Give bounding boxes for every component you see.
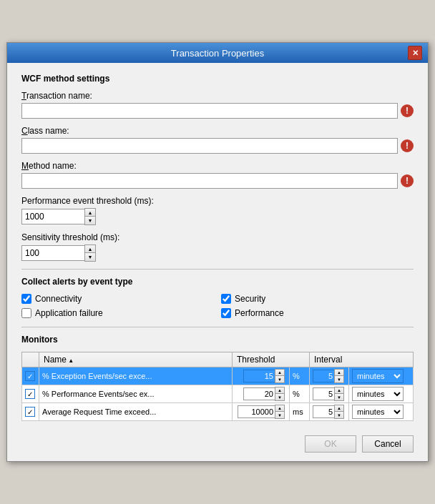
row3-interval-unit-cell: minutes hours seconds — [349, 403, 414, 421]
row3-threshold-input[interactable] — [238, 405, 275, 418]
row3-interval-unit-select[interactable]: minutes hours seconds — [352, 405, 404, 419]
security-label: Security — [235, 294, 265, 304]
row1-interval-up[interactable]: ▲ — [335, 370, 343, 376]
monitors-section-title: Monitors — [21, 335, 414, 345]
row2-check-icon: ✓ — [25, 389, 35, 399]
performance-label: Performance — [235, 308, 284, 318]
perf-threshold-up-btn[interactable]: ▲ — [85, 209, 95, 217]
row1-threshold-input[interactable] — [243, 370, 275, 382]
perf-threshold-spinner: ▲ ▼ — [21, 208, 107, 225]
row2-check-cell: ✓ — [22, 385, 39, 403]
row3-check-icon: ✓ — [25, 407, 35, 417]
perf-threshold-down-btn[interactable]: ▼ — [85, 217, 95, 224]
class-name-input[interactable] — [21, 138, 398, 154]
sensitivity-threshold-group: Sensitivity threshold (ms): ▲ ▼ — [21, 232, 414, 262]
title-bar: Transaction Properties ✕ — [7, 43, 428, 63]
row1-threshold-down[interactable]: ▼ — [275, 376, 284, 382]
row2-unit: % — [290, 385, 310, 403]
security-checkbox-item: Security — [221, 294, 414, 304]
method-name-input[interactable] — [21, 173, 398, 189]
row1-interval-cell: ▲ ▼ — [310, 367, 349, 385]
method-name-row: ! — [21, 173, 414, 189]
close-button[interactable]: ✕ — [408, 46, 422, 60]
row2-interval-unit-select[interactable]: minutes hours seconds — [352, 387, 404, 401]
connectivity-label: Connectivity — [35, 294, 82, 304]
method-name-group: Method name: ! — [21, 161, 414, 189]
row2-interval-down[interactable]: ▼ — [335, 394, 343, 400]
method-name-error-icon: ! — [401, 174, 414, 187]
app-failure-label: Application failure — [35, 308, 103, 318]
divider-1 — [21, 269, 414, 270]
row2-interval-spinner: ▲ ▼ — [334, 387, 344, 401]
alerts-checkboxes: Connectivity Security Application failur… — [21, 294, 414, 318]
monitors-table: Name Threshold Interval ✓ % Exception Ev… — [21, 352, 414, 421]
wcf-section-title: WCF method settings — [21, 74, 414, 84]
table-row[interactable]: ✓ % Exception Events/sec exce... ▲ ▼ — [22, 367, 414, 385]
alerts-section-title: Collect alerts by event type — [21, 277, 414, 287]
table-row[interactable]: ✓ % Performance Events/sec ex... ▲ ▼ — [22, 385, 414, 403]
transaction-name-label: TTransaction name:ransaction name: — [21, 91, 414, 101]
row1-threshold-up[interactable]: ▲ — [275, 370, 284, 376]
perf-threshold-spinner-btns: ▲ ▼ — [84, 208, 96, 225]
performance-checkbox-item: Performance — [221, 308, 414, 318]
method-name-label: Method name: — [21, 161, 414, 171]
row2-interval-cell: ▲ ▼ — [310, 385, 349, 403]
row3-threshold-cell: ▲ ▼ — [233, 403, 290, 421]
dialog-body: WCF method settings TTransaction name:ra… — [7, 63, 428, 428]
performance-checkbox[interactable] — [221, 308, 231, 318]
col-check — [22, 352, 39, 367]
row2-interval-unit-cell: minutes hours seconds — [349, 385, 414, 403]
row2-threshold-up[interactable]: ▲ — [275, 387, 284, 394]
row2-interval-up[interactable]: ▲ — [335, 387, 343, 394]
row1-threshold-cell: ▲ ▼ — [233, 367, 290, 385]
row3-threshold-up[interactable]: ▲ — [275, 405, 284, 412]
row3-interval-down[interactable]: ▼ — [335, 412, 343, 418]
row3-name: Average Request Time exceed... — [39, 403, 233, 421]
row3-interval-up[interactable]: ▲ — [335, 405, 343, 412]
row2-threshold-cell: ▲ ▼ — [233, 385, 290, 403]
app-failure-checkbox[interactable] — [21, 308, 31, 318]
row1-interval-unit-select[interactable]: minutes hours seconds — [352, 369, 404, 383]
row3-interval-cell: ▲ ▼ — [310, 403, 349, 421]
table-row[interactable]: ✓ Average Request Time exceed... ▲ ▼ — [22, 403, 414, 421]
transaction-name-input[interactable] — [21, 103, 398, 119]
connectivity-checkbox[interactable] — [21, 294, 31, 304]
sensitivity-threshold-up-btn[interactable]: ▲ — [85, 245, 95, 253]
row1-interval-unit-cell: minutes hours seconds — [349, 367, 414, 385]
row2-name: % Performance Events/sec ex... — [39, 385, 233, 403]
row3-threshold-spinner: ▲ ▼ — [275, 405, 285, 419]
security-checkbox[interactable] — [221, 294, 231, 304]
dialog-title: Transaction Properties — [27, 48, 408, 59]
app-failure-checkbox-item: Application failure — [21, 308, 214, 318]
class-name-error-icon: ! — [401, 139, 414, 152]
cancel-button[interactable]: Cancel — [362, 435, 414, 453]
row1-check-cell: ✓ — [22, 367, 39, 385]
transaction-name-group: TTransaction name:ransaction name: ! — [21, 91, 414, 119]
row1-interval-spinner: ▲ ▼ — [334, 369, 344, 383]
row2-interval-input[interactable] — [313, 387, 334, 400]
sensitivity-threshold-down-btn[interactable]: ▼ — [85, 253, 95, 261]
transaction-name-row: ! — [21, 103, 414, 119]
sensitivity-threshold-input[interactable] — [21, 245, 84, 261]
row3-threshold-down[interactable]: ▼ — [275, 412, 284, 418]
connectivity-checkbox-item: Connectivity — [21, 294, 214, 304]
row3-interval-input[interactable] — [313, 405, 334, 418]
row3-check-cell: ✓ — [22, 403, 39, 421]
transaction-properties-dialog: Transaction Properties ✕ WCF method sett… — [6, 42, 429, 462]
perf-threshold-group: Performance event threshold (ms): ▲ ▼ — [21, 196, 414, 225]
row2-threshold-down[interactable]: ▼ — [275, 394, 284, 400]
row1-interval-down[interactable]: ▼ — [335, 376, 343, 382]
col-threshold: Threshold — [233, 352, 310, 367]
ok-button[interactable]: OK — [305, 435, 356, 453]
row1-interval-input[interactable] — [313, 370, 334, 382]
sensitivity-threshold-spinner: ▲ ▼ — [21, 244, 107, 262]
class-name-group: Class name: ! — [21, 126, 414, 154]
monitors-section: Monitors Name Threshold Interval ✓ — [21, 335, 414, 421]
perf-threshold-label: Performance event threshold (ms): — [21, 196, 414, 206]
perf-threshold-input[interactable] — [21, 209, 84, 224]
sensitivity-threshold-spinner-btns: ▲ ▼ — [84, 244, 96, 262]
col-name[interactable]: Name — [39, 352, 233, 367]
footer-buttons: OK Cancel — [7, 428, 428, 461]
row2-threshold-spinner: ▲ ▼ — [275, 387, 285, 401]
row2-threshold-input[interactable] — [243, 387, 275, 400]
